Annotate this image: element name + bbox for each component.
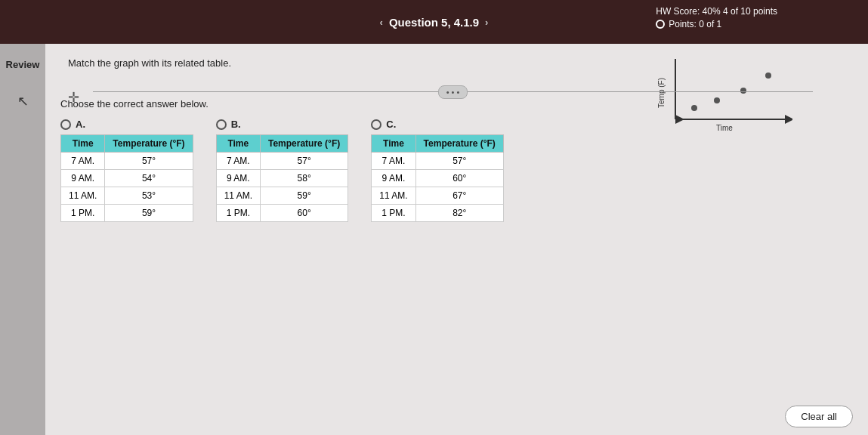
table-row: 1 PM.60°	[216, 205, 348, 222]
option-c-header: C.	[371, 119, 504, 130]
svg-point-3	[714, 97, 720, 103]
question-label: Question 5, 4.1.9	[389, 16, 479, 29]
center-panel: Match the graph with its related table.	[45, 44, 868, 435]
table-row: 1 PM.82°	[372, 205, 504, 222]
option-c-radio[interactable]	[371, 119, 381, 130]
option-a-col-time: Time	[61, 135, 105, 153]
table-row: 9 AM.58°	[216, 170, 348, 187]
option-c-label: C.	[386, 119, 396, 130]
option-b-label: B.	[231, 119, 241, 130]
option-b-table: Time Temperature (°F) 7 AM.57° 9 AM.58° …	[216, 134, 349, 222]
table-row: 9 AM.60°	[372, 170, 504, 187]
option-c-col-temp: Temperature (°F)	[415, 135, 503, 153]
option-a-radio[interactable]	[60, 119, 71, 130]
hw-score-label: HW Score: 40% 4 of 10 points	[656, 6, 777, 17]
table-row: 11 AM.67°	[372, 187, 504, 205]
graph-svg: Time Temp (F)	[656, 51, 792, 134]
clear-all-button[interactable]: Clear all	[785, 406, 853, 427]
divider-section: • • •	[53, 91, 853, 92]
table-row: 7 AM.57°	[216, 153, 348, 170]
table-row: 11 AM.53°	[61, 187, 193, 205]
option-a-col-temp: Temperature (°F)	[105, 135, 193, 153]
option-c-table: Time Temperature (°F) 7 AM.57° 9 AM.60° …	[371, 134, 504, 222]
table-row: 7 AM.57°	[61, 153, 193, 170]
review-label: Review	[6, 59, 40, 70]
svg-text:Temp (F): Temp (F)	[657, 78, 666, 108]
back-arrow[interactable]: ↖	[17, 93, 29, 110]
svg-point-2	[691, 105, 697, 111]
hw-score-section: HW Score: 40% 4 of 10 points Points: 0 o…	[656, 6, 777, 29]
option-b-col-temp: Temperature (°F)	[260, 135, 348, 153]
option-a-label: A.	[76, 119, 85, 130]
main-content: Review ↖ Match the graph with its relate…	[0, 44, 868, 435]
option-b: B. Time Temperature (°F) 7 AM.57° 9 AM.5…	[216, 119, 349, 222]
option-b-radio[interactable]	[216, 119, 227, 130]
option-b-col-time: Time	[216, 135, 260, 153]
nav-next-arrow[interactable]: ›	[485, 17, 488, 28]
option-c: C. Time Temperature (°F) 7 AM.57° 9 AM.6…	[371, 119, 504, 222]
table-row: 11 AM.59°	[216, 187, 348, 205]
svg-text:Time: Time	[716, 124, 733, 132]
svg-point-4	[740, 88, 746, 94]
left-sidebar: Review ↖	[0, 44, 45, 435]
question-nav: ‹ Question 5, 4.1.9 ›	[380, 16, 489, 29]
table-row: 1 PM.59°	[61, 205, 193, 222]
option-a: A. Time Temperature (°F) 7 AM.57° 9 AM.5…	[60, 119, 193, 222]
points-circle-icon	[656, 20, 665, 29]
option-c-col-time: Time	[372, 135, 415, 153]
top-bar: ‹ Question 5, 4.1.9 › HW Score: 40% 4 of…	[0, 0, 868, 44]
option-b-header: B.	[216, 119, 349, 130]
option-a-header: A.	[60, 119, 193, 130]
graph-area: Time Temp (F)	[656, 51, 808, 150]
points-label: Points: 0 of 1	[669, 19, 721, 29]
svg-point-5	[765, 72, 771, 79]
table-row: 9 AM.54°	[61, 170, 193, 187]
table-row: 7 AM.57°	[372, 153, 504, 170]
option-a-table: Time Temperature (°F) 7 AM.57° 9 AM.54° …	[60, 134, 193, 222]
nav-prev-arrow[interactable]: ‹	[380, 17, 383, 28]
drag-dots-handle[interactable]: • • •	[438, 85, 468, 99]
